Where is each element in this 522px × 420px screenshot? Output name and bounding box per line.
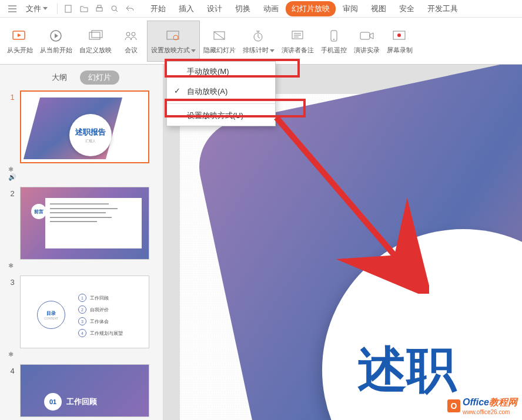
section-header: 01 工作回顾 — [44, 393, 97, 411]
svg-point-3 — [112, 6, 116, 11]
file-menu-label: 文件 — [26, 4, 41, 14]
dropdown-setup[interactable]: 设置放映方式(U) — [167, 106, 275, 126]
notes-label: 演讲者备注 — [282, 46, 314, 54]
canvas-title-text: 述职 — [357, 337, 456, 404]
setup-show-icon — [165, 28, 182, 44]
svg-rect-6 — [89, 32, 100, 39]
rehearse-icon — [250, 28, 267, 44]
hide-slide-icon — [212, 28, 228, 44]
screen-record-label: 屏幕录制 — [387, 46, 413, 54]
section-title: 工作回顾 — [66, 397, 97, 407]
svg-point-9 — [132, 32, 135, 36]
text-box: ▬▬▬▬▬▬▬▬▬▬▬▬▬▬▬▬▬▬▬▬▬▬▬▬▬▬▬▬▬▬▬▬▬▬▬▬▬▬▬▬… — [45, 198, 142, 248]
slide-number: 4 — [5, 364, 20, 375]
notes-button[interactable]: 演讲者备注 — [278, 21, 317, 62]
thumbnail-row: 2 前言 ▬▬▬▬▬▬▬▬▬▬▬▬▬▬▬▬▬▬▬▬▬▬▬▬▬▬▬▬▬▬▬▬▬▬▬… — [5, 187, 158, 260]
thumbnail-row: 1 述职报告 汇报人 — [5, 90, 158, 163]
meeting-icon — [123, 28, 139, 44]
slide-title: 述职报告 — [75, 127, 106, 137]
tab-transition[interactable]: 切换 — [229, 1, 256, 16]
chevron-down-icon — [191, 49, 196, 52]
svg-rect-7 — [92, 31, 102, 38]
tab-view[interactable]: 视图 — [365, 1, 392, 16]
play-start-icon — [12, 28, 28, 44]
outline-tabs: 大纲 幻灯片 — [0, 65, 163, 90]
slide-thumbnail-1[interactable]: 述职报告 汇报人 — [20, 90, 149, 163]
custom-show-icon — [88, 28, 104, 44]
slide-thumbnail-4[interactable]: 01 工作回顾 — [20, 364, 149, 417]
tab-design[interactable]: 设计 — [201, 1, 228, 16]
svg-rect-0 — [65, 5, 71, 12]
custom-show-label: 自定义放映 — [79, 46, 112, 54]
from-current-label: 从当前开始 — [40, 46, 72, 54]
record-icon — [359, 28, 375, 44]
hamburger-icon[interactable] — [6, 2, 19, 15]
svg-rect-1 — [96, 8, 102, 11]
tab-start[interactable]: 开始 — [145, 1, 172, 16]
tab-dev[interactable]: 开发工具 — [421, 1, 464, 16]
watermark-url: www.office26.com — [463, 409, 517, 415]
svg-rect-2 — [98, 5, 101, 8]
meeting-label: 会议 — [125, 46, 138, 54]
thumbnail-row: 4 01 工作回顾 — [5, 364, 158, 417]
mobile-button[interactable]: 手机遥控 — [317, 21, 350, 62]
meeting-button[interactable]: 会议 — [115, 21, 147, 62]
menubar: 文件 开始 插入 设计 切换 动画 幻灯片放映 审阅 视图 安全 开发工具 — [0, 0, 522, 18]
file-menu[interactable]: 文件 — [20, 2, 53, 16]
tab-security[interactable]: 安全 — [393, 1, 420, 16]
main-tabs: 开始 插入 设计 切换 动画 幻灯片放映 审阅 视图 安全 开发工具 — [145, 1, 464, 16]
slide-subtitle: 汇报人 — [85, 139, 96, 144]
tab-review[interactable]: 审阅 — [337, 1, 364, 16]
svg-point-8 — [126, 32, 130, 36]
open-icon[interactable] — [78, 2, 91, 15]
tab-insert[interactable]: 插入 — [173, 1, 200, 16]
new-icon[interactable] — [62, 2, 75, 15]
watermark: O Office教程网 www.office26.com — [447, 397, 517, 415]
section-number: 01 — [44, 393, 62, 411]
audio-icon: 🔊 — [8, 173, 158, 181]
setup-show-button[interactable]: 设置放映方式 — [147, 21, 200, 62]
mobile-icon — [326, 28, 342, 44]
dropdown-manual[interactable]: 手动放映(M) — [167, 62, 275, 82]
record-button[interactable]: 演讲实录 — [350, 21, 383, 62]
content-circle: 目录 CONTENT — [37, 301, 65, 329]
watermark-text: Office教程网 www.office26.com — [463, 397, 517, 415]
from-current-button[interactable]: 从当前开始 — [36, 21, 76, 62]
slide-thumbnail-3[interactable]: 目录 CONTENT 1工作回顾 2自我评价 3工作体会 4工作规划与展望 — [20, 275, 149, 348]
tab-animation[interactable]: 动画 — [257, 1, 285, 16]
body-text: ▬▬▬▬▬▬▬▬▬▬▬▬▬▬▬▬▬▬▬▬▬▬▬▬▬▬▬▬▬▬▬▬▬▬▬▬▬▬▬▬… — [50, 201, 137, 224]
record-label: 演讲实录 — [354, 46, 380, 54]
print-preview-icon[interactable] — [108, 2, 121, 15]
title-circle: 述职报告 汇报人 — [69, 114, 112, 156]
slide-thumbnail-2[interactable]: 前言 ▬▬▬▬▬▬▬▬▬▬▬▬▬▬▬▬▬▬▬▬▬▬▬▬▬▬▬▬▬▬▬▬▬▬▬▬▬… — [20, 187, 149, 260]
outline-tab-outline[interactable]: 大纲 — [44, 70, 75, 85]
screen-record-button[interactable]: 屏幕录制 — [383, 21, 416, 62]
slide-number: 3 — [5, 275, 20, 287]
thumbnail-row: 3 目录 CONTENT 1工作回顾 2自我评价 3工作体会 4工作规划与展望 — [5, 275, 158, 348]
custom-show-button[interactable]: 自定义放映 — [76, 21, 115, 62]
preface-badge: 前言 — [31, 204, 46, 219]
thumbnails-list: 1 述职报告 汇报人 ✱ 🔊 2 — [0, 90, 163, 417]
animation-icon: ✱ — [8, 262, 158, 270]
separator — [57, 4, 58, 14]
slide-number: 2 — [5, 187, 20, 198]
rehearse-button[interactable]: 排练计时 — [239, 21, 278, 62]
ribbon: 从头开始 从当前开始 自定义放映 会议 设置放映方式 隐藏幻灯片 排练计时 演讲… — [0, 18, 522, 65]
slide-indicators: ✱ 🔊 — [8, 166, 158, 181]
content-subtitle: CONTENT — [44, 317, 58, 320]
print-icon[interactable] — [93, 2, 106, 15]
mobile-label: 手机遥控 — [321, 46, 347, 54]
content-title: 目录 — [46, 310, 56, 317]
toc-item: 1工作回顾 — [78, 294, 123, 302]
outline-tab-slides[interactable]: 幻灯片 — [80, 70, 119, 85]
canvas-background: 述职 — [180, 94, 522, 420]
dropdown-auto[interactable]: 自动放映(A) — [167, 82, 275, 102]
svg-point-16 — [333, 39, 334, 40]
from-start-label: 从头开始 — [7, 46, 33, 54]
tab-slideshow[interactable]: 幻灯片放映 — [286, 1, 336, 16]
undo-icon[interactable] — [123, 2, 136, 15]
slide-panel: 大纲 幻灯片 1 述职报告 汇报人 ✱ 🔊 — [0, 65, 163, 420]
hide-slide-button[interactable]: 隐藏幻灯片 — [200, 21, 239, 62]
toc-item: 3工作体会 — [78, 317, 123, 325]
from-start-button[interactable]: 从头开始 — [4, 21, 36, 62]
